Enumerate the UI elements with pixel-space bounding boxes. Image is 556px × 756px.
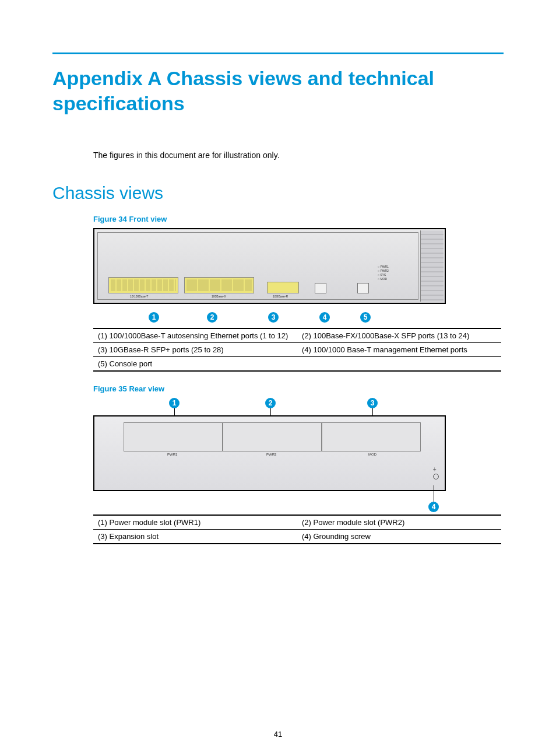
pwr1-slot [124,422,223,452]
led-pwr1: PWR1 [380,265,388,268]
legend-cell: (4) 100/1000 Base-T management Ethernet … [297,343,501,357]
callout-2: 2 [265,398,276,408]
sfp-plus-25-28 [267,282,299,293]
console-port [357,283,369,293]
legend-cell: (4) Grounding screw [297,530,501,544]
led-labels: ○ PWR1 ○ PWR2 ○ SYS ○ MOD [378,265,389,281]
figure-34-legend: (1) 100/1000Base-T autosensing Ethernet … [93,328,501,372]
pwr2-slot [223,422,322,452]
led-pwr2: PWR2 [380,269,388,272]
callout-5: 5 [360,312,371,323]
mod-label: MOD [368,453,376,456]
figure-35-legend: (1) Power module slot (PWR1) (2) Power m… [93,514,501,544]
front-chassis-diagram: 10/100Base-T 100Base-X 10GBase-R ○ PWR1 … [93,228,446,304]
pwr1-label: PWR1 [167,453,177,456]
port-label-c: 10GBase-R [273,295,288,298]
callout-4: 4 [319,312,330,323]
led-sys: SYS [380,273,386,276]
legend-cell [297,357,501,372]
figure-34-callouts: 1 2 3 4 5 [93,307,446,328]
mgmt-port [315,283,326,293]
mod-slot [322,422,421,452]
legend-cell: (3) 10GBase-R SFP+ ports (25 to 28) [93,343,297,357]
legend-cell: (1) 100/1000Base-T autosensing Ethernet … [93,328,297,343]
figure-34: 10/100Base-T 100Base-X 10GBase-R ○ PWR1 … [93,228,504,304]
callout-line [434,485,434,502]
figure-35-bottom-callout: 4 [93,491,446,514]
callout-1: 1 [149,312,159,323]
table-row: (1) Power module slot (PWR1) (2) Power m… [93,515,501,530]
pwr2-label: PWR2 [266,453,276,456]
callout-2: 2 [207,312,217,323]
led-mod: MOD [380,277,387,281]
intro-text: The figures in this document are for ill… [93,150,504,160]
legend-cell: (2) Power module slot (PWR2) [297,515,501,530]
legend-cell: (1) Power module slot (PWR1) [93,515,297,530]
callout-3: 3 [367,398,378,408]
table-row: (1) 100/1000Base-T autosensing Ethernet … [93,328,501,343]
top-rule [52,52,504,54]
grounding-screw-icon [433,474,439,480]
legend-cell: (2) 100Base-FX/1000Base-X SFP ports (13 … [297,328,501,343]
rear-chassis-diagram: PWR1 PWR2 MOD [93,415,446,491]
figure-34-caption: Figure 34 Front view [93,215,504,223]
front-panel: 10/100Base-T 100Base-X 10GBase-R ○ PWR1 … [97,232,418,300]
sfp-ports-13-24 [184,277,254,293]
callout-3: 3 [268,312,279,323]
table-row: (3) Expansion slot (4) Grounding screw [93,530,501,544]
ports-1-12 [108,277,178,293]
page-number: 41 [0,730,556,738]
port-label-b: 100Base-X [212,295,226,298]
vent-slots [420,230,444,302]
port-label-a: 10/100Base-T [130,295,148,298]
table-row: (3) 10GBase-R SFP+ ports (25 to 28) (4) … [93,343,501,357]
figure-35-top-callouts: 1 2 3 [93,398,446,415]
callout-4: 4 [428,502,439,512]
figure-35-caption: Figure 35 Rear view [93,384,504,393]
table-row: (5) Console port [93,357,501,372]
section-heading: Chassis views [52,183,504,203]
callout-1: 1 [169,398,180,408]
legend-cell: (3) Expansion slot [93,530,297,544]
page-title: Appendix A Chassis views and technical s… [52,66,504,116]
legend-cell: (5) Console port [93,357,297,372]
